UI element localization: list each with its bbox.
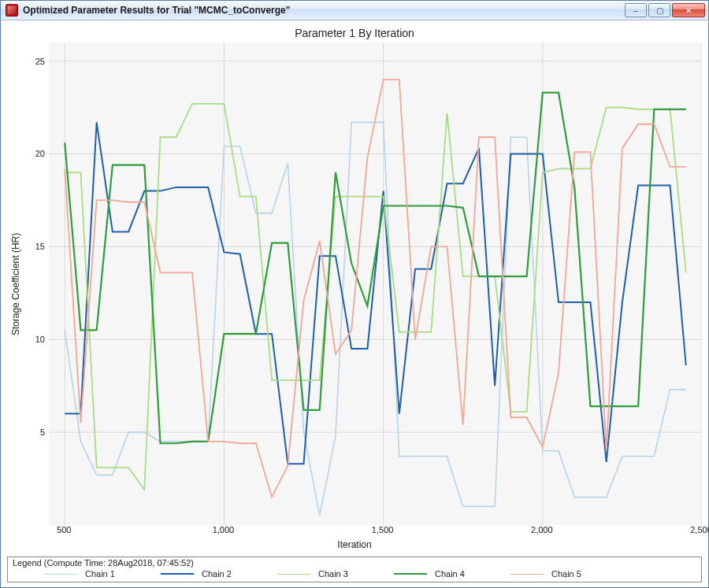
- y-tick: 25: [35, 57, 45, 66]
- x-tick: 500: [57, 525, 71, 534]
- legend-label: Chain 3: [318, 569, 348, 579]
- series-line-5: [65, 80, 686, 497]
- x-tick: 1,500: [372, 525, 394, 534]
- close-icon: ✕: [685, 6, 692, 15]
- maximize-icon: ▢: [656, 6, 663, 15]
- y-tick: 20: [35, 149, 45, 158]
- legend-swatch: [510, 574, 544, 575]
- window-buttons: – ▢ ✕: [625, 3, 705, 17]
- close-button[interactable]: ✕: [672, 3, 705, 17]
- legend-item-5[interactable]: Chain 5: [510, 569, 605, 579]
- x-tick: 2,500: [690, 525, 709, 534]
- legend-swatch: [394, 573, 427, 575]
- plot-container: Storage Coefficient (HR) 510152025 5001,…: [7, 43, 702, 553]
- x-axis-label: Iteration: [337, 539, 371, 550]
- legend-swatch: [44, 574, 77, 575]
- window-titlebar: Optimized Parameter Results for Trial "M…: [0, 0, 709, 20]
- client-area: Parameter 1 By Iteration Storage Coeffic…: [0, 20, 709, 588]
- x-axis-ticks: 5001,0001,5002,0002,500: [48, 525, 702, 541]
- plot-area[interactable]: [48, 43, 702, 525]
- legend-label: Chain 5: [551, 569, 581, 579]
- chart-canvas: [49, 43, 702, 525]
- app-icon: [6, 4, 18, 17]
- legend-swatch: [161, 573, 194, 575]
- legend-item-4[interactable]: Chain 4: [394, 569, 488, 579]
- legend-title: Legend (Compute Time: 28Aug2018, 07:45:5…: [13, 558, 696, 568]
- y-tick: 10: [35, 335, 45, 344]
- y-axis-label: Storage Coefficient (HR): [10, 232, 21, 335]
- y-tick: 5: [40, 427, 45, 437]
- y-axis-ticks: 510152025: [24, 43, 48, 525]
- legend: Legend (Compute Time: 28Aug2018, 07:45:5…: [7, 557, 702, 582]
- x-tick: 1,000: [213, 525, 235, 534]
- maximize-button[interactable]: ▢: [648, 3, 670, 17]
- chart-title: Parameter 1 By Iteration: [7, 27, 702, 39]
- legend-label: Chain 1: [85, 569, 115, 579]
- legend-item-3[interactable]: Chain 3: [277, 569, 372, 579]
- legend-item-1[interactable]: Chain 1: [44, 569, 139, 579]
- y-tick: 15: [35, 242, 45, 251]
- legend-label: Chain 2: [202, 569, 232, 579]
- legend-item-2[interactable]: Chain 2: [161, 569, 255, 579]
- window-title: Optimized Parameter Results for Trial "M…: [23, 5, 625, 16]
- minimize-button[interactable]: –: [625, 3, 647, 17]
- legend-swatch: [277, 574, 310, 575]
- legend-label: Chain 4: [435, 569, 465, 579]
- x-tick: 2,000: [531, 525, 553, 534]
- minimize-icon: –: [633, 6, 638, 15]
- legend-items: Chain 1Chain 2Chain 3Chain 4Chain 5: [13, 569, 696, 579]
